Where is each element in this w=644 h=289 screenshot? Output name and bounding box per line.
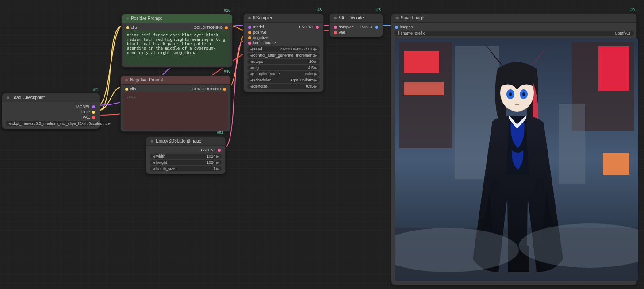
next-arrow-icon[interactable]: ▶ bbox=[314, 47, 317, 51]
param-sampler_name[interactable]: ◀sampler_nameeuler▶ bbox=[247, 71, 320, 77]
param-width[interactable]: ◀width1024▶ bbox=[150, 154, 222, 159]
positive-prompt-text[interactable]: anime girl fennec ears blue eyes black m… bbox=[124, 30, 230, 66]
next-arrow-icon[interactable]: ▶ bbox=[314, 85, 317, 89]
param-label: seed bbox=[253, 47, 262, 51]
param-value: 1024 bbox=[165, 154, 215, 158]
next-arrow-icon[interactable]: ▶ bbox=[216, 161, 219, 165]
input-port-clip[interactable] bbox=[126, 26, 129, 29]
collapse-icon[interactable] bbox=[125, 79, 128, 81]
param-label: batch_size bbox=[156, 166, 175, 171]
input-port-images[interactable] bbox=[395, 26, 398, 29]
input-port-vae[interactable] bbox=[334, 31, 337, 34]
input-port-positive[interactable] bbox=[248, 31, 251, 34]
prev-arrow-icon[interactable]: ◀ bbox=[250, 85, 253, 89]
node-load-checkpoint[interactable]: #4 Load Checkpoint MODEL CLIP VAE ◀ ckpt… bbox=[2, 93, 100, 129]
output-port-conditioning[interactable] bbox=[223, 88, 226, 91]
input-label: clip bbox=[131, 25, 137, 30]
output-label: CLIP bbox=[81, 110, 90, 114]
param-steps[interactable]: ◀steps20▶ bbox=[247, 59, 320, 64]
next-arrow-icon[interactable]: ▶ bbox=[216, 154, 219, 158]
node-empty-latent[interactable]: #53 EmptySD3LatentImage LATENT ◀width102… bbox=[146, 136, 226, 174]
output-label: IMAGE bbox=[360, 25, 373, 29]
output-port-model[interactable] bbox=[92, 105, 95, 108]
param-control_after_generate[interactable]: ◀control_after_generateincrement▶ bbox=[247, 53, 320, 58]
param-scheduler[interactable]: ◀schedulersgm_uniform▶ bbox=[247, 77, 320, 83]
prev-arrow-icon[interactable]: ◀ bbox=[250, 60, 253, 64]
param-seed[interactable]: ◀seed460250642563316▶ bbox=[247, 46, 320, 52]
param-cfg[interactable]: ◀cfg4.5▶ bbox=[247, 65, 320, 70]
next-arrow-icon[interactable]: ▶ bbox=[216, 167, 219, 171]
negative-prompt-text[interactable]: text bbox=[123, 92, 228, 130]
input-port-model[interactable] bbox=[248, 26, 251, 29]
next-arrow-icon[interactable]: ▶ bbox=[314, 60, 317, 64]
output-label: LATENT bbox=[201, 148, 216, 152]
output-image-preview[interactable] bbox=[395, 38, 638, 281]
collapse-icon[interactable] bbox=[334, 17, 337, 19]
node-tag: #8 bbox=[376, 8, 381, 12]
ckpt-selector[interactable]: ◀ ckpt_name sd3.5_medium_incl_clips_t5xx… bbox=[6, 121, 96, 126]
collapse-icon[interactable] bbox=[7, 96, 9, 99]
param-batch_size[interactable]: ◀batch_size1▶ bbox=[150, 166, 222, 171]
param-value: 20 bbox=[263, 59, 314, 64]
node-title: VAE Decode bbox=[339, 15, 364, 20]
output-port-clip[interactable] bbox=[92, 111, 95, 114]
node-tag: #3 bbox=[317, 8, 322, 12]
next-arrow-icon[interactable]: ▶ bbox=[314, 72, 317, 76]
output-port-conditioning[interactable] bbox=[225, 26, 228, 29]
collapse-icon[interactable] bbox=[126, 17, 129, 20]
svg-rect-3 bbox=[404, 82, 444, 95]
filename-prefix-field[interactable]: filename_prefix ComfyUI bbox=[394, 31, 634, 36]
param-value: sgm_uniform bbox=[271, 78, 314, 82]
output-label: CONDITIONING bbox=[194, 25, 223, 30]
node-title: KSampler bbox=[253, 15, 272, 20]
param-denoise[interactable]: ◀denoise0.95▶ bbox=[247, 84, 320, 89]
output-label: CONDITIONING bbox=[192, 87, 222, 91]
node-save-image[interactable]: #9 Save Image images filename_prefix Com… bbox=[391, 13, 637, 285]
svg-rect-6 bbox=[603, 153, 629, 175]
prev-arrow-icon[interactable]: ◀ bbox=[153, 161, 155, 165]
node-ksampler[interactable]: #3 KSampler model LATENT positive negati… bbox=[243, 13, 324, 92]
prev-arrow-icon[interactable]: ◀ bbox=[153, 167, 155, 171]
next-arrow-icon[interactable]: ▶ bbox=[314, 78, 317, 82]
collapse-icon[interactable] bbox=[396, 17, 399, 19]
prev-arrow-icon[interactable]: ◀ bbox=[8, 122, 11, 126]
collapse-icon[interactable] bbox=[151, 140, 153, 143]
param-label: steps bbox=[253, 59, 263, 64]
node-tag: #16 bbox=[224, 8, 230, 12]
param-label: scheduler bbox=[253, 78, 271, 82]
output-port-latent[interactable] bbox=[316, 26, 319, 29]
param-label: height bbox=[156, 160, 167, 165]
node-title: Save Image bbox=[401, 15, 424, 20]
collapse-icon[interactable] bbox=[248, 17, 251, 19]
output-port-latent[interactable] bbox=[218, 149, 221, 152]
prev-arrow-icon[interactable]: ◀ bbox=[250, 66, 253, 70]
param-label: control_after_generate bbox=[253, 53, 294, 58]
node-negative-prompt[interactable]: Negative Prompt clip CONDITIONING text bbox=[120, 75, 231, 132]
prev-arrow-icon[interactable]: ◀ bbox=[250, 54, 253, 58]
param-height[interactable]: ◀height1024▶ bbox=[150, 160, 222, 165]
output-port-vae[interactable] bbox=[92, 116, 95, 119]
prev-arrow-icon[interactable]: ◀ bbox=[153, 154, 155, 158]
next-arrow-icon[interactable]: ▶ bbox=[108, 122, 111, 126]
output-label: MODEL bbox=[76, 104, 90, 109]
input-port-clip[interactable] bbox=[125, 88, 128, 91]
svg-rect-5 bbox=[598, 46, 629, 91]
output-port-image[interactable] bbox=[375, 26, 378, 29]
next-arrow-icon[interactable]: ▶ bbox=[314, 66, 317, 70]
prev-arrow-icon[interactable]: ◀ bbox=[250, 47, 253, 51]
input-port-samples[interactable] bbox=[334, 26, 337, 29]
param-value: increment bbox=[294, 53, 314, 58]
output-label: LATENT bbox=[299, 25, 314, 29]
svg-point-13 bbox=[509, 92, 512, 96]
param-value: sd3.5_medium_incl_clips_t5xxfp8scaled...… bbox=[31, 121, 107, 126]
next-arrow-icon[interactable]: ▶ bbox=[314, 54, 317, 58]
prev-arrow-icon[interactable]: ◀ bbox=[250, 72, 253, 76]
svg-rect-8 bbox=[559, 104, 585, 184]
prev-arrow-icon[interactable]: ◀ bbox=[250, 78, 253, 82]
param-label: filename_prefix bbox=[398, 31, 425, 35]
input-label: images bbox=[400, 25, 413, 29]
node-vae-decode[interactable]: #8 VAE Decode samples IMAGE vae bbox=[329, 13, 383, 37]
input-port-negative[interactable] bbox=[248, 36, 251, 39]
node-positive-prompt[interactable]: #16 Positive Prompt clip CONDITIONING an… bbox=[121, 14, 233, 68]
input-port-latent[interactable] bbox=[248, 42, 251, 45]
